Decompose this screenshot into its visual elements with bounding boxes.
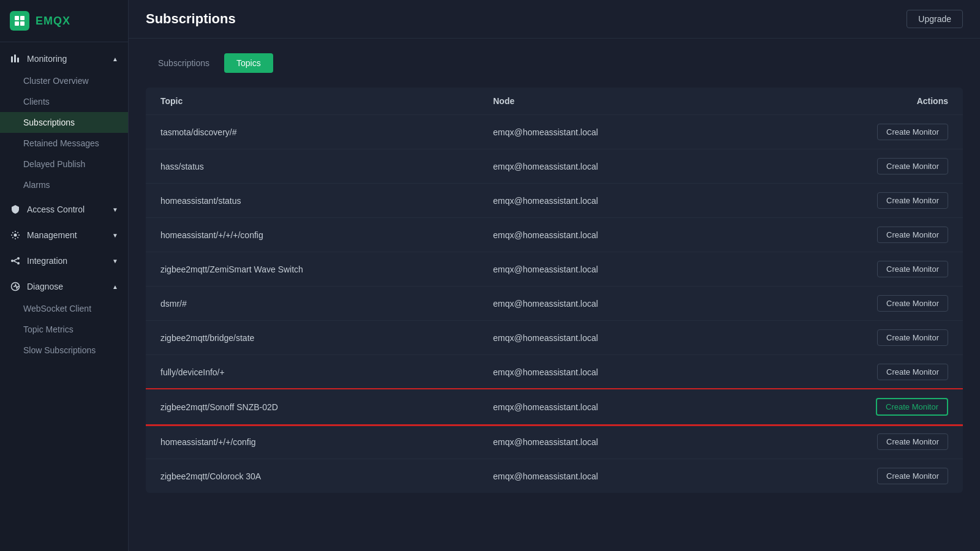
create-monitor-button[interactable]: Create Monitor — [877, 364, 948, 380]
svg-line-11 — [13, 259, 17, 261]
cell-topic: tasmota/discovery/# — [160, 127, 493, 137]
sidebar-item-alarms[interactable]: Alarms — [0, 174, 128, 195]
create-monitor-button[interactable]: Create Monitor — [877, 227, 948, 243]
svg-point-9 — [17, 257, 20, 260]
sidebar-nav: Monitoring ▲ Cluster Overview Clients Su… — [0, 42, 128, 551]
sidebar-item-topic-metrics[interactable]: Topic Metrics — [0, 319, 128, 340]
header-topic: Topic — [160, 96, 493, 106]
tab-subscriptions[interactable]: Subscriptions — [146, 53, 222, 73]
svg-line-12 — [13, 261, 17, 263]
cell-action: Create Monitor — [826, 227, 948, 243]
cell-topic: hass/status — [160, 162, 493, 171]
svg-point-8 — [11, 260, 13, 262]
nav-integration-header[interactable]: Integration ▼ — [0, 249, 128, 272]
cell-action: Create Monitor — [826, 158, 948, 174]
create-monitor-button[interactable]: Create Monitor — [877, 261, 948, 277]
table-row: zigbee2mqtt/Colorock 30Aemqx@homeassista… — [146, 459, 963, 493]
header-actions: Actions — [826, 96, 948, 106]
create-monitor-button[interactable]: Create Monitor — [877, 468, 948, 484]
cell-action: Create Monitor — [826, 433, 948, 450]
cell-topic: zigbee2mqtt/Sonoff SNZB-02D — [160, 402, 493, 412]
table-row: hass/statusemqx@homeassistant.localCreat… — [146, 149, 963, 184]
cell-node: emqx@homeassistant.local — [493, 230, 826, 240]
cell-topic: zigbee2mqtt/Colorock 30A — [160, 471, 493, 481]
retained-messages-label: Retained Messages — [23, 138, 99, 148]
cell-node: emqx@homeassistant.local — [493, 127, 826, 137]
alarms-label: Alarms — [23, 180, 50, 190]
sidebar-item-clients[interactable]: Clients — [0, 91, 128, 112]
table-row: zigbee2mqtt/bridge/stateemqx@homeassista… — [146, 321, 963, 355]
subscriptions-label: Subscriptions — [23, 118, 75, 127]
svg-rect-1 — [20, 16, 24, 20]
table-row: fully/deviceInfo/+emqx@homeassistant.loc… — [146, 355, 963, 389]
diagnose-icon — [10, 281, 21, 292]
sidebar-item-delayed-publish[interactable]: Delayed Publish — [0, 154, 128, 174]
sidebar-item-slow-subscriptions[interactable]: Slow Subscriptions — [0, 340, 128, 361]
nav-section-monitoring: Monitoring ▲ Cluster Overview Clients Su… — [0, 47, 128, 195]
sidebar-item-subscriptions[interactable]: Subscriptions — [0, 112, 128, 133]
delayed-publish-label: Delayed Publish — [23, 159, 85, 169]
cell-topic: homeassistant/+/+/config — [160, 437, 493, 447]
nav-diagnose-header[interactable]: Diagnose ▲ — [0, 275, 128, 298]
table-body: tasmota/discovery/#emqx@homeassistant.lo… — [146, 115, 963, 493]
cell-action: Create Monitor — [826, 364, 948, 380]
nav-monitoring-header[interactable]: Monitoring ▲ — [0, 47, 128, 70]
cell-node: emqx@homeassistant.local — [493, 437, 826, 447]
nav-management-header[interactable]: Management ▼ — [0, 223, 128, 247]
monitoring-label: Monitoring — [27, 54, 67, 64]
cell-topic: homeassistant/+/+/+/config — [160, 230, 493, 240]
integration-chevron: ▼ — [112, 258, 118, 264]
logo-icon — [10, 11, 29, 31]
websocket-client-label: WebSocket Client — [23, 304, 91, 313]
create-monitor-button[interactable]: Create Monitor — [877, 158, 948, 174]
create-monitor-button[interactable]: Create Monitor — [877, 295, 948, 312]
svg-rect-5 — [14, 54, 16, 62]
create-monitor-button[interactable]: Create Monitor — [877, 124, 948, 140]
sidebar-item-cluster-overview[interactable]: Cluster Overview — [0, 70, 128, 91]
management-label: Management — [27, 230, 77, 240]
svg-rect-3 — [20, 21, 24, 26]
main-content: Subscriptions Upgrade Subscriptions Topi… — [129, 0, 980, 551]
cell-topic: dsmr/# — [160, 299, 493, 309]
sidebar-item-retained-messages[interactable]: Retained Messages — [0, 133, 128, 154]
slow-subscriptions-label: Slow Subscriptions — [23, 345, 96, 355]
create-monitor-button[interactable]: Create Monitor — [877, 192, 948, 209]
svg-rect-6 — [17, 58, 19, 62]
table-row: homeassistant/+/+/configemqx@homeassista… — [146, 425, 963, 459]
sidebar: EMQX Monitoring ▲ Cluster Overview Cl — [0, 0, 129, 551]
shield-icon — [10, 204, 21, 215]
gear-icon — [10, 230, 21, 241]
upgrade-button[interactable]: Upgrade — [907, 10, 963, 28]
table-row: homeassistant/+/+/+/configemqx@homeassis… — [146, 218, 963, 252]
create-monitor-button[interactable]: Create Monitor — [877, 329, 948, 346]
cell-action: Create Monitor — [826, 124, 948, 140]
cell-action: Create Monitor — [826, 295, 948, 312]
content-area: Subscriptions Topics Topic Node Actions … — [129, 39, 980, 551]
subscriptions-table: Topic Node Actions tasmota/discovery/#em… — [146, 88, 963, 493]
monitoring-icon — [10, 53, 21, 64]
cell-node: emqx@homeassistant.local — [493, 471, 826, 481]
svg-rect-2 — [15, 21, 19, 26]
clients-label: Clients — [23, 97, 50, 107]
cell-action: Create Monitor — [826, 192, 948, 209]
nav-section-access-control: Access Control ▼ — [0, 198, 128, 221]
table-row: tasmota/discovery/#emqx@homeassistant.lo… — [146, 115, 963, 149]
page-title: Subscriptions — [146, 11, 236, 27]
tab-topics[interactable]: Topics — [224, 53, 273, 73]
cell-node: emqx@homeassistant.local — [493, 162, 826, 171]
logo[interactable]: EMQX — [0, 0, 128, 42]
nav-section-diagnose: Diagnose ▲ WebSocket Client Topic Metric… — [0, 275, 128, 361]
create-monitor-button[interactable]: Create Monitor — [877, 433, 948, 450]
access-control-chevron: ▼ — [112, 206, 118, 213]
cell-topic: zigbee2mqtt/ZemiSmart Wave Switch — [160, 264, 493, 274]
sidebar-item-websocket-client[interactable]: WebSocket Client — [0, 298, 128, 319]
cell-node: emqx@homeassistant.local — [493, 367, 826, 377]
cell-node: emqx@homeassistant.local — [493, 402, 826, 412]
create-monitor-button[interactable]: Create Monitor — [876, 398, 948, 416]
nav-access-control-header[interactable]: Access Control ▼ — [0, 198, 128, 221]
cell-topic: homeassistant/status — [160, 196, 493, 206]
diagnose-label: Diagnose — [27, 282, 63, 291]
nav-section-integration: Integration ▼ — [0, 249, 128, 272]
access-control-label: Access Control — [27, 204, 85, 214]
management-chevron: ▼ — [112, 232, 118, 239]
